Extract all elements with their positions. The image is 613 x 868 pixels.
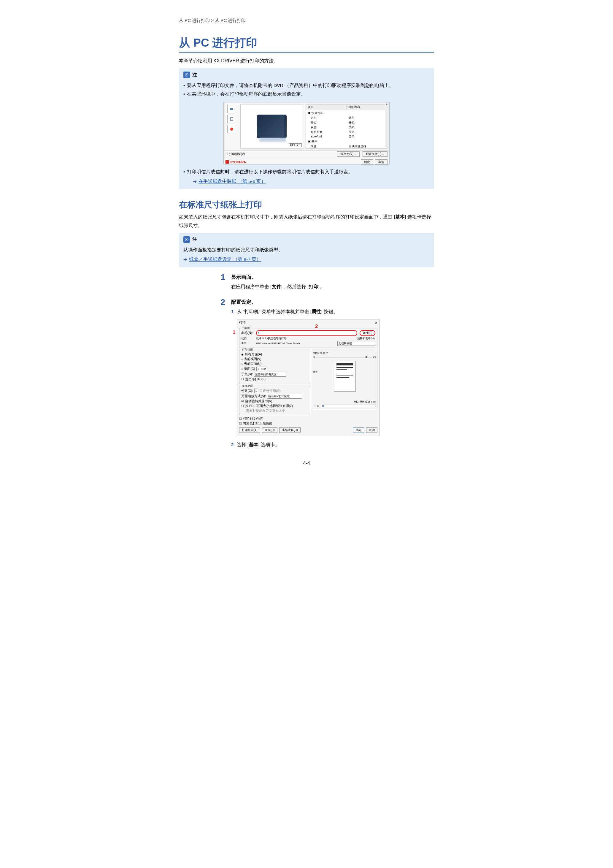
step-title: 显示画面。 — [231, 274, 434, 281]
table-cell: 双面 — [306, 125, 347, 130]
step-1: 1 显示画面。 在应用程序中单击 [文件]，然后选择 [打印]。 — [179, 273, 434, 291]
scale-left: K — [313, 356, 315, 358]
check-custom-size: 需要时使用自定义页面大小 — [241, 409, 308, 413]
note-header: 注 — [183, 71, 430, 78]
note-label: 注 — [192, 72, 197, 78]
table-header: 详细内容 — [347, 104, 387, 110]
type-value: HP LaserJet 5100 PCL6 Class Driver — [256, 342, 300, 345]
note-icon — [183, 71, 190, 78]
scrollbar[interactable] — [385, 102, 389, 147]
step-number: 1 — [215, 273, 225, 291]
printer-name-select[interactable] — [256, 330, 357, 336]
unit-text: 单位: 厘米 缩放: 96% — [354, 400, 376, 403]
table-cell: 关闭 — [347, 135, 387, 139]
copies-input[interactable]: 1 — [254, 389, 258, 393]
table-group: 基本 — [306, 139, 346, 144]
table-cell: EcoPrint — [306, 135, 347, 139]
note-item: 在某些环境中，会在打印驱动程序的底部显示当前设定。 — [183, 90, 430, 98]
page-thumbnail — [334, 361, 356, 391]
callout-1: 1 — [233, 330, 235, 335]
cancel-button[interactable]: 取消 — [375, 160, 387, 165]
check-pdf-size[interactable]: 按 PDF 页面大小选择纸张来源(Z) — [241, 404, 308, 408]
table-cell: 来源 — [306, 144, 347, 149]
check-collate: ☐ 逐份打印(O) — [259, 389, 281, 393]
advanced-button[interactable]: 高级(D) — [262, 428, 277, 433]
print-dialog-screenshot: 打印 ✕ 打印机 名称(N): 属性(P) 状态: 就绪 V F:\我正在等待打… — [237, 319, 379, 436]
properties-button[interactable]: 属性(P) — [360, 330, 375, 336]
radio-all-pages[interactable]: 所有页面(A) — [241, 352, 308, 356]
table-cell: 分页 — [306, 120, 347, 125]
scale-select[interactable]: 缩小到可打印区域 — [267, 394, 302, 399]
step-2: 2 配置设定。 1 从 "打印机" 菜单中选择本机并单击 [属性] 按钮。 打印… — [179, 298, 434, 449]
cross-ref-link[interactable]: 纸盒／手送纸盘设定 （第 8-7 页） — [189, 256, 261, 263]
cross-ref: ➔ 纸盒／手送纸盘设定 （第 8-7 页） — [183, 256, 430, 263]
substep-number: 1 — [231, 309, 234, 314]
page-title: 从 PC 进行打印 — [179, 35, 434, 53]
table-cell: 方向 — [306, 115, 347, 120]
note-icon — [183, 236, 190, 243]
comment-select[interactable]: 文档和标记 — [337, 341, 375, 346]
table-cell: 自动来源选择 — [347, 144, 387, 149]
status-value: 就绪 V F:\我正在等待打印 — [256, 336, 286, 341]
field-label: 状态: — [241, 336, 255, 341]
cross-ref-link[interactable]: 在手送纸盘中装纸 （第 5-6 页） — [198, 178, 266, 184]
driver-screenshot: PCL XL 项目 详细内容 快速打印 方向纵向 分页开启 双面关闭 每页页数关… — [223, 102, 390, 164]
ok-button[interactable]: 确定 — [361, 160, 373, 165]
radio-pages[interactable]: 页面(G) 1 - 192 — [241, 367, 308, 371]
note-item: 要从应用程序打印文件，请将本机附带的 DVD （产品资料）中的打印驱动程序安装到… — [183, 81, 430, 90]
svg-rect-1 — [230, 108, 233, 110]
subset-select[interactable]: 范围中的所有页面 — [254, 372, 286, 377]
check-reverse[interactable]: 逆页序打印(E) — [241, 377, 308, 381]
table-cell: 开启 — [347, 120, 387, 125]
printer-3d-icon — [257, 115, 286, 138]
radio-current-view[interactable]: 当前视图(V) — [241, 357, 308, 361]
check-autorotate[interactable]: 自动旋转并居中(R) — [241, 399, 308, 403]
table-cell: 关闭 — [347, 125, 387, 130]
field-label: 份数(C): — [241, 389, 253, 393]
substep-number: 2 — [231, 442, 234, 447]
cancel-button[interactable]: 取消 — [366, 428, 378, 433]
group-label: 打印范围 — [241, 348, 254, 352]
progress-bar — [322, 405, 376, 407]
callout-2: 2 — [315, 324, 318, 330]
step-text: 2 选择 [基本] 选项卡。 — [231, 440, 434, 449]
note-list: 要从应用程序打印文件，请将本机附带的 DVD （产品资料）中的打印驱动程序安装到… — [183, 81, 430, 99]
saveas-button[interactable]: 保存为(V)… — [337, 151, 359, 157]
note-text: 从操作面板指定要打印的纸张尺寸和纸张类型。 — [183, 246, 430, 254]
check-print-to-file[interactable]: 打印到文件(F) — [239, 417, 310, 421]
settings-table: 项目 详细内容 快速打印 方向纵向 分页开启 双面关闭 每页页数关闭 EcoPr… — [306, 104, 387, 149]
table-cell: 纵向 — [347, 115, 387, 120]
tool-icon — [227, 105, 236, 113]
pcl-tag: PCL XL — [289, 143, 302, 147]
note-header: 注 — [183, 236, 430, 243]
radio-current-page[interactable]: 当前页面(U) — [241, 362, 308, 366]
table-cell: 关闭 — [347, 130, 387, 135]
step-text: 1 从 "打印机" 菜单中选择本机并单击 [属性] 按钮。 — [231, 307, 434, 316]
pages-input[interactable]: 1 - 192 — [256, 367, 267, 371]
tips-button[interactable]: 打印提示(T) — [239, 428, 260, 433]
side-dim: 29.7 — [313, 371, 317, 374]
close-icon[interactable]: ✕ — [375, 321, 378, 324]
print-preview-pane: 预览: 复合色 K 21 29.7 — [312, 350, 378, 409]
svg-point-3 — [230, 128, 233, 130]
arrow-right-icon: ➔ — [183, 257, 187, 262]
ok-button[interactable]: 确定 — [353, 428, 364, 433]
arrow-right-icon: ➔ — [193, 179, 197, 184]
field-label: 名称(N): — [241, 331, 255, 335]
tool-icon — [227, 125, 236, 133]
print-preview-check[interactable]: ☐ 打印預览(V) — [226, 152, 245, 156]
section-body: 如果装入的纸张尺寸包含在本机打印尺寸中，则装入纸张后请在打印驱动程序的打印设定画… — [179, 213, 434, 230]
check-bw[interactable]: 将彩色打印为黑白(I) — [239, 422, 310, 426]
tool-strip — [226, 104, 238, 149]
page-number: 4-4 — [179, 461, 434, 466]
profile-button[interactable]: 配置文件(L)… — [362, 151, 387, 157]
kyocera-logo: 🅺 KYOCERA — [226, 160, 246, 164]
step-title: 配置设定。 — [231, 299, 434, 305]
printer-preview: PCL XL — [240, 104, 303, 149]
comments-button[interactable]: 小结注释(U) — [279, 428, 300, 433]
field-label: 子集(B): — [241, 372, 253, 377]
scale-track — [316, 357, 372, 357]
group-label: 打印机 — [241, 326, 252, 330]
note-box: 注 从操作面板指定要打印的纸张尺寸和纸张类型。 ➔ 纸盒／手送纸盘设定 （第 8… — [179, 233, 434, 267]
dialog-title: 打印 — [239, 321, 246, 325]
